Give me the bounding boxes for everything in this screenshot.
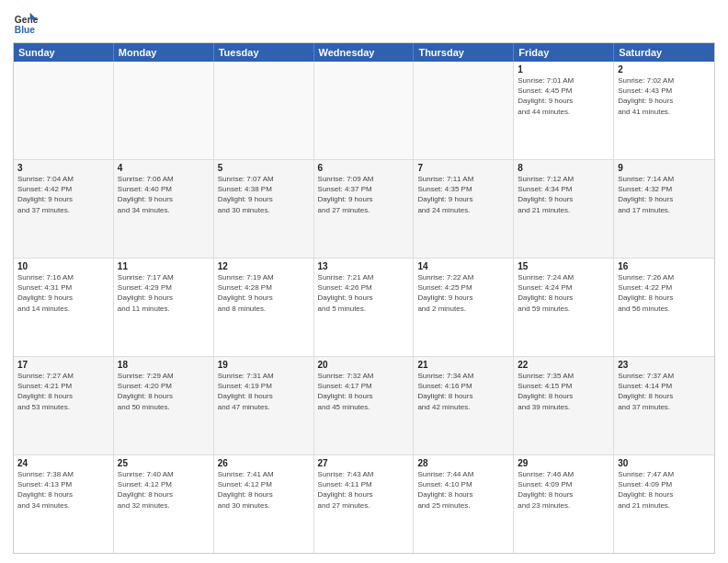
day-number: 29 [518, 458, 609, 468]
day-info: Sunrise: 7:12 AM Sunset: 4:34 PM Dayligh… [518, 174, 609, 215]
calendar-body: 1Sunrise: 7:01 AM Sunset: 4:45 PM Daylig… [14, 62, 714, 553]
day-number: 12 [218, 261, 310, 271]
calendar-header-cell: Friday [514, 43, 614, 62]
day-number: 7 [417, 163, 509, 173]
calendar-cell: 6Sunrise: 7:09 AM Sunset: 4:37 PM Daylig… [314, 160, 415, 258]
day-info: Sunrise: 7:29 AM Sunset: 4:20 PM Dayligh… [118, 371, 210, 412]
calendar-cell: 29Sunrise: 7:46 AM Sunset: 4:09 PM Dayli… [514, 455, 614, 553]
day-number: 19 [218, 360, 310, 370]
day-number: 9 [618, 163, 711, 173]
day-number: 15 [518, 261, 609, 271]
calendar-cell [414, 62, 514, 159]
calendar-cell [314, 62, 415, 159]
calendar-cell: 17Sunrise: 7:27 AM Sunset: 4:21 PM Dayli… [14, 357, 114, 454]
calendar-cell: 13Sunrise: 7:21 AM Sunset: 4:26 PM Dayli… [314, 259, 415, 356]
calendar-cell: 21Sunrise: 7:34 AM Sunset: 4:16 PM Dayli… [414, 357, 514, 454]
calendar-cell [214, 62, 314, 159]
day-info: Sunrise: 7:37 AM Sunset: 4:14 PM Dayligh… [618, 371, 711, 412]
day-info: Sunrise: 7:22 AM Sunset: 4:25 PM Dayligh… [417, 272, 509, 314]
calendar-cell: 28Sunrise: 7:44 AM Sunset: 4:10 PM Dayli… [414, 455, 514, 553]
calendar-cell: 8Sunrise: 7:12 AM Sunset: 4:34 PM Daylig… [514, 160, 614, 258]
calendar-header-cell: Tuesday [214, 43, 314, 62]
day-number: 17 [17, 360, 109, 370]
day-info: Sunrise: 7:06 AM Sunset: 4:40 PM Dayligh… [118, 174, 210, 215]
calendar-cell [114, 62, 214, 159]
day-number: 10 [17, 261, 109, 271]
calendar-cell: 12Sunrise: 7:19 AM Sunset: 4:28 PM Dayli… [214, 259, 314, 356]
day-number: 3 [17, 163, 109, 173]
calendar-cell: 3Sunrise: 7:04 AM Sunset: 4:42 PM Daylig… [14, 160, 114, 258]
calendar-header-cell: Thursday [414, 43, 514, 62]
calendar-cell: 11Sunrise: 7:17 AM Sunset: 4:29 PM Dayli… [114, 259, 214, 356]
svg-text:Blue: Blue [15, 25, 36, 35]
logo: General Blue [13, 11, 39, 37]
day-info: Sunrise: 7:27 AM Sunset: 4:21 PM Dayligh… [17, 371, 109, 412]
calendar-header-cell: Saturday [614, 43, 714, 62]
calendar-cell [14, 62, 114, 159]
day-info: Sunrise: 7:26 AM Sunset: 4:22 PM Dayligh… [618, 272, 711, 314]
page: General Blue SundayMondayTuesdayWednesda… [0, 0, 728, 563]
day-info: Sunrise: 7:02 AM Sunset: 4:43 PM Dayligh… [618, 75, 711, 117]
day-info: Sunrise: 7:32 AM Sunset: 4:17 PM Dayligh… [318, 371, 410, 412]
day-info: Sunrise: 7:35 AM Sunset: 4:15 PM Dayligh… [518, 371, 609, 412]
day-number: 11 [118, 261, 210, 271]
day-number: 26 [218, 458, 310, 468]
calendar-row: 24Sunrise: 7:38 AM Sunset: 4:13 PM Dayli… [14, 455, 714, 553]
day-number: 1 [518, 64, 609, 75]
logo-icon: General Blue [13, 11, 39, 37]
calendar-cell: 1Sunrise: 7:01 AM Sunset: 4:45 PM Daylig… [514, 62, 614, 159]
calendar-header-cell: Sunday [14, 43, 114, 62]
day-number: 25 [118, 458, 210, 468]
day-info: Sunrise: 7:34 AM Sunset: 4:16 PM Dayligh… [417, 371, 509, 412]
calendar-cell: 26Sunrise: 7:41 AM Sunset: 4:12 PM Dayli… [214, 455, 314, 553]
day-info: Sunrise: 7:11 AM Sunset: 4:35 PM Dayligh… [417, 174, 509, 215]
day-number: 16 [618, 261, 711, 271]
calendar-cell: 30Sunrise: 7:47 AM Sunset: 4:09 PM Dayli… [614, 455, 714, 553]
calendar-cell: 16Sunrise: 7:26 AM Sunset: 4:22 PM Dayli… [614, 259, 714, 356]
calendar-cell: 27Sunrise: 7:43 AM Sunset: 4:11 PM Dayli… [314, 455, 415, 553]
calendar-row: 17Sunrise: 7:27 AM Sunset: 4:21 PM Dayli… [14, 357, 714, 455]
calendar-cell: 24Sunrise: 7:38 AM Sunset: 4:13 PM Dayli… [14, 455, 114, 553]
day-info: Sunrise: 7:40 AM Sunset: 4:12 PM Dayligh… [118, 469, 210, 511]
svg-text:General: General [15, 15, 39, 25]
day-number: 24 [17, 458, 109, 468]
day-info: Sunrise: 7:41 AM Sunset: 4:12 PM Dayligh… [218, 469, 310, 511]
day-number: 2 [618, 64, 711, 75]
calendar-cell: 20Sunrise: 7:32 AM Sunset: 4:17 PM Dayli… [314, 357, 415, 454]
day-info: Sunrise: 7:21 AM Sunset: 4:26 PM Dayligh… [318, 272, 410, 314]
day-info: Sunrise: 7:44 AM Sunset: 4:10 PM Dayligh… [417, 469, 509, 511]
calendar: SundayMondayTuesdayWednesdayThursdayFrid… [13, 42, 715, 554]
day-info: Sunrise: 7:17 AM Sunset: 4:29 PM Dayligh… [118, 272, 210, 314]
calendar-cell: 9Sunrise: 7:14 AM Sunset: 4:32 PM Daylig… [614, 160, 714, 258]
day-info: Sunrise: 7:09 AM Sunset: 4:37 PM Dayligh… [318, 174, 410, 215]
day-info: Sunrise: 7:31 AM Sunset: 4:19 PM Dayligh… [218, 371, 310, 412]
day-number: 14 [417, 261, 509, 271]
day-number: 22 [518, 360, 609, 370]
day-info: Sunrise: 7:01 AM Sunset: 4:45 PM Dayligh… [518, 75, 609, 117]
day-number: 18 [118, 360, 210, 370]
day-number: 21 [417, 360, 509, 370]
day-info: Sunrise: 7:07 AM Sunset: 4:38 PM Dayligh… [218, 174, 310, 215]
calendar-cell: 22Sunrise: 7:35 AM Sunset: 4:15 PM Dayli… [514, 357, 614, 454]
day-info: Sunrise: 7:24 AM Sunset: 4:24 PM Dayligh… [518, 272, 609, 314]
calendar-cell: 7Sunrise: 7:11 AM Sunset: 4:35 PM Daylig… [414, 160, 514, 258]
calendar-row: 1Sunrise: 7:01 AM Sunset: 4:45 PM Daylig… [14, 62, 714, 160]
day-info: Sunrise: 7:46 AM Sunset: 4:09 PM Dayligh… [518, 469, 609, 511]
calendar-cell: 14Sunrise: 7:22 AM Sunset: 4:25 PM Dayli… [414, 259, 514, 356]
header: General Blue [13, 11, 715, 37]
calendar-cell: 23Sunrise: 7:37 AM Sunset: 4:14 PM Dayli… [614, 357, 714, 454]
calendar-cell: 10Sunrise: 7:16 AM Sunset: 4:31 PM Dayli… [14, 259, 114, 356]
day-number: 5 [218, 163, 310, 173]
calendar-cell: 25Sunrise: 7:40 AM Sunset: 4:12 PM Dayli… [114, 455, 214, 553]
day-number: 6 [318, 163, 410, 173]
day-number: 23 [618, 360, 711, 370]
calendar-cell: 5Sunrise: 7:07 AM Sunset: 4:38 PM Daylig… [214, 160, 314, 258]
calendar-header: SundayMondayTuesdayWednesdayThursdayFrid… [14, 43, 714, 62]
day-info: Sunrise: 7:16 AM Sunset: 4:31 PM Dayligh… [17, 272, 109, 314]
day-info: Sunrise: 7:14 AM Sunset: 4:32 PM Dayligh… [618, 174, 711, 215]
calendar-cell: 15Sunrise: 7:24 AM Sunset: 4:24 PM Dayli… [514, 259, 614, 356]
calendar-header-cell: Wednesday [314, 43, 415, 62]
day-number: 20 [318, 360, 410, 370]
day-number: 30 [618, 458, 711, 468]
calendar-cell: 2Sunrise: 7:02 AM Sunset: 4:43 PM Daylig… [614, 62, 714, 159]
